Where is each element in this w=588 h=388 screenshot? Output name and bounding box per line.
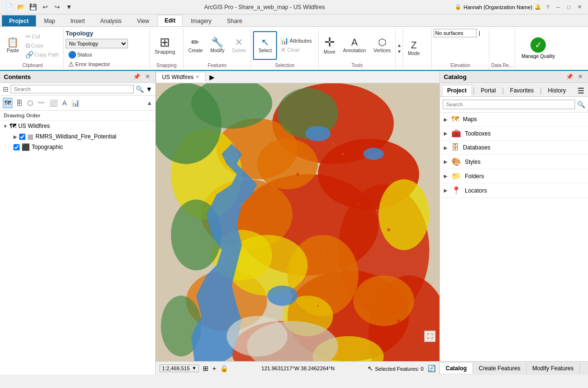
open-btn[interactable]: 📂: [16, 2, 26, 12]
contents-pin-btn[interactable]: 📌: [132, 73, 142, 80]
catalog-item-locators[interactable]: ▶ 📍 Locators: [440, 183, 588, 198]
expand-arrow-us-wildfires[interactable]: ▼: [3, 124, 8, 129]
tab-map[interactable]: Map: [37, 15, 62, 26]
tab-analysis[interactable]: Analysis: [93, 15, 129, 26]
scale-lock-btn[interactable]: 🔒: [220, 365, 228, 372]
catalog-tab-favorites[interactable]: Favorites: [505, 85, 539, 96]
paste-button[interactable]: 📋 Paste: [4, 31, 22, 60]
refresh-btn[interactable]: 🔄: [427, 365, 436, 372]
map-tab-scroll-right[interactable]: ▶: [206, 72, 219, 82]
manage-quality-button[interactable]: ✓ Manage Quality: [517, 35, 559, 61]
expand-arrow-rmrs[interactable]: ▶: [13, 134, 17, 139]
contents-close-btn[interactable]: ✕: [144, 73, 151, 80]
layer-type-service[interactable]: ⬡: [26, 98, 35, 108]
styles-expand-arrow[interactable]: ▶: [444, 159, 448, 164]
layer-list-collapse[interactable]: ▲: [147, 100, 152, 106]
catalog-item-styles[interactable]: ▶ 🎨 Styles: [440, 155, 588, 169]
copy-path-button[interactable]: 🔗 Copy Path: [23, 50, 61, 59]
filter-icon[interactable]: ⊟: [3, 85, 9, 93]
toolboxes-expand-arrow[interactable]: ▶: [444, 131, 448, 136]
attributes-button[interactable]: 📊 Attributes: [278, 36, 316, 45]
bottom-tab-create-features[interactable]: Create Features: [473, 363, 527, 374]
copy-button[interactable]: ⧉ Copy: [23, 41, 61, 50]
catalog-search-input[interactable]: [443, 100, 575, 109]
scale-selector[interactable]: 1:2,469,515 ▼: [160, 365, 199, 372]
move-button[interactable]: ✛ Move: [321, 31, 338, 60]
catalog-item-databases[interactable]: ▶ 🗄 Databases: [440, 141, 588, 155]
modify-button[interactable]: 🔧 Modify: [208, 31, 227, 60]
redo-btn[interactable]: ↪: [52, 2, 62, 12]
undo-btn[interactable]: ↩: [40, 2, 50, 12]
close-btn[interactable]: ✕: [575, 2, 584, 12]
vertices-button[interactable]: ⬡ Vertices: [371, 31, 394, 60]
catalog-search-icon[interactable]: 🔍: [577, 101, 585, 108]
elevation-unit-btn[interactable]: |: [479, 30, 480, 36]
databases-expand-arrow[interactable]: ▶: [444, 145, 448, 150]
tab-insert[interactable]: Insert: [63, 15, 92, 26]
list-item-topographic-layer[interactable]: ⬛ Topographic: [0, 142, 155, 152]
catalog-tab-project[interactable]: Project: [442, 85, 472, 96]
rmrs-checkbox[interactable]: [19, 134, 25, 140]
contents-search-input[interactable]: [11, 85, 134, 93]
catalog-item-maps[interactable]: ▶ 🗺 Maps: [440, 113, 588, 126]
maps-expand-arrow[interactable]: ▶: [444, 117, 448, 122]
map-canvas[interactable]: ⛶: [156, 83, 439, 361]
clear-button[interactable]: ✕ Clear: [278, 46, 316, 54]
tab-project[interactable]: Project: [2, 15, 36, 26]
help-btn[interactable]: ?: [543, 2, 553, 12]
list-item-rmrs-layer[interactable]: ▶ ▦ RMRS_Wildland_Fire_Potential: [0, 131, 155, 142]
mode-button[interactable]: Z Mode: [405, 34, 423, 62]
error-inspector-button[interactable]: ⚠ Error Inspector: [66, 60, 113, 68]
catalog-tab-history[interactable]: History: [542, 85, 571, 96]
bottom-tab-catalog[interactable]: Catalog: [440, 363, 473, 374]
status-button[interactable]: 🔵 Status: [66, 50, 104, 59]
folders-expand-arrow[interactable]: ▶: [444, 173, 448, 179]
map-tab-close[interactable]: ✕: [196, 74, 199, 80]
search-icon[interactable]: 🔍: [136, 85, 144, 93]
topographic-checkbox[interactable]: [13, 144, 20, 150]
bell-icon[interactable]: 🔔: [534, 4, 541, 10]
layer-type-all[interactable]: 🗺: [3, 98, 12, 108]
tab-edit[interactable]: Edit: [158, 15, 183, 26]
layer-type-polygon[interactable]: ⬜: [48, 98, 59, 108]
scale-fit-btn[interactable]: ⊞: [203, 365, 208, 372]
tab-share[interactable]: Share: [220, 15, 250, 26]
save-qa-btn[interactable]: 💾: [28, 2, 38, 12]
scale-dropdown-icon[interactable]: ▼: [192, 365, 196, 371]
layer-type-chart[interactable]: 📊: [70, 98, 81, 108]
annotation-button[interactable]: A Annotation: [340, 31, 369, 60]
list-item-us-wildfires-group[interactable]: ▼ 🗺 US Wildfires: [0, 121, 155, 131]
select-button[interactable]: ↖ Select: [253, 31, 277, 60]
locators-expand-arrow[interactable]: ▶: [444, 188, 448, 193]
catalog-close-btn[interactable]: ✕: [576, 73, 584, 80]
drawing-order-label: Drawing Order: [0, 111, 155, 121]
no-surfaces-input[interactable]: [434, 29, 477, 37]
layer-type-annotation[interactable]: A: [61, 98, 68, 108]
map-tab-us-wildfires[interactable]: US Wildfires ✕: [156, 72, 206, 82]
scale-plus-btn[interactable]: +: [212, 365, 216, 372]
topology-dropdown[interactable]: No Topology: [66, 39, 128, 48]
scale-value: 1:2,469,515: [162, 365, 190, 371]
ribbon-scroll-up[interactable]: ▲: [397, 43, 402, 48]
cut-button[interactable]: ✂ Cut: [23, 32, 61, 41]
ribbon-scroll-down[interactable]: ▼: [397, 49, 402, 54]
map-maximize-btn[interactable]: ⛶: [424, 331, 436, 342]
tab-view[interactable]: View: [130, 15, 157, 26]
catalog-pin-btn[interactable]: 📌: [565, 73, 575, 80]
maximize-btn[interactable]: □: [564, 2, 574, 12]
snapping-button[interactable]: ⊞ Snapping: [152, 31, 178, 60]
layer-type-db[interactable]: 🗄: [14, 98, 24, 108]
bottom-tab-modify-features[interactable]: Modify Features: [527, 363, 580, 374]
tab-imagery[interactable]: Imagery: [184, 15, 219, 26]
catalog-item-toolboxes[interactable]: ▶ 🧰 Toolboxes: [440, 126, 588, 141]
search-dropdown-icon[interactable]: ▼: [146, 85, 152, 93]
delete-button[interactable]: ✕ Delete: [229, 31, 249, 60]
layer-type-line[interactable]: 〰: [36, 98, 46, 108]
new-btn[interactable]: 📄: [4, 2, 14, 12]
qa-dropdown-btn[interactable]: ▼: [64, 2, 74, 12]
create-button[interactable]: ✏ Create: [185, 31, 206, 60]
minimize-btn[interactable]: ─: [553, 2, 563, 12]
catalog-tab-portal[interactable]: Portal: [475, 85, 501, 96]
catalog-item-folders[interactable]: ▶ 📁 Folders: [440, 169, 588, 183]
catalog-menu-icon[interactable]: ☰: [576, 85, 586, 96]
